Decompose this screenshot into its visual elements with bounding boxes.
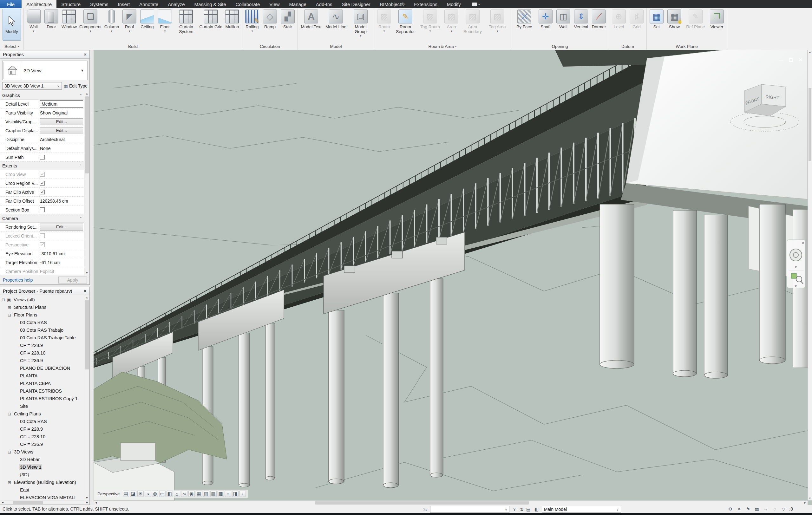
collapse-arrow-icon[interactable]: ‹ [239, 491, 246, 497]
ribbon-button[interactable]: Column ▾ [103, 9, 120, 42]
scroll-down-icon[interactable]: ▼ [84, 496, 89, 499]
tree-item[interactable]: ▣ 00 Cota RAS [0, 319, 84, 326]
tree-item[interactable]: ▣ PLANTA [0, 372, 84, 380]
ribbon-tab[interactable]: Structure [56, 0, 85, 8]
property-value[interactable]: -3010,61 cm [40, 251, 65, 256]
scroll-right-icon[interactable]: ► [86, 501, 88, 504]
expander-icon[interactable] [13, 443, 18, 447]
ribbon-button[interactable]: Level ▾ [610, 9, 628, 42]
property-value[interactable]: Architectural [40, 137, 65, 142]
tree-item[interactable]: ▣ ELEVACION VIGA METALI [0, 494, 84, 500]
ribbon-button[interactable]: Model Line ▾ [323, 9, 348, 42]
tree-item[interactable]: ▣ East [0, 486, 84, 494]
expander-icon[interactable] [13, 389, 18, 393]
tree-item[interactable]: ▣ 00 Cota RAS [0, 418, 84, 425]
reveal-hidden-icon[interactable]: ◉ [188, 491, 195, 497]
render-icon[interactable]: ◍ [152, 491, 158, 497]
tree-item[interactable]: ▣ CF = 228.10 [0, 433, 84, 441]
ribbon-button[interactable]: Door ▾ [42, 9, 60, 42]
ribbon-button[interactable]: Dormer ▾ [590, 9, 608, 42]
minimize-icon[interactable]: — [779, 57, 783, 63]
browser-hscrollbar[interactable]: ◄ ► [0, 500, 89, 505]
ribbon-tab[interactable]: Systems [85, 0, 113, 8]
displacement-icon[interactable]: ▨ [210, 491, 216, 497]
settings-icon[interactable]: ◌ [772, 506, 778, 512]
hide-isolate-icon[interactable]: ∞ [181, 491, 187, 497]
scrollbar-thumb[interactable] [13, 501, 43, 504]
tree-item[interactable]: ▣ 3D Rebar [0, 456, 84, 463]
instance-selector[interactable]: 3D View: 3D View 1∨ [2, 82, 62, 90]
ribbon-button[interactable]: Roof ▾ [120, 9, 138, 42]
property-checkbox[interactable] [40, 172, 45, 177]
ribbon-tab[interactable]: Annotate [135, 0, 163, 8]
ribbon-tab[interactable]: BIMobject® [375, 0, 409, 8]
ribbon-tab[interactable]: Add-Ins [311, 0, 337, 8]
modify-button[interactable]: Modify [3, 9, 21, 40]
edit-button[interactable]: Edit... [40, 127, 83, 134]
editable-only-icon[interactable]: Y [511, 506, 518, 512]
crop-view-icon[interactable]: ▭ [159, 491, 166, 497]
section-header-graphics[interactable]: Graphics⌃ [0, 91, 84, 99]
ribbon-tab[interactable]: Site Designer [337, 0, 375, 8]
expander-icon[interactable] [13, 420, 18, 424]
ribbon-button[interactable]: Floor ▾ [156, 9, 174, 42]
select-group-label[interactable]: Select▾ [0, 43, 24, 50]
tree-item[interactable]: ▣ {3D} [0, 471, 84, 479]
section-header-camera[interactable]: Camera⌃ [0, 214, 84, 223]
canvas-hscrollbar[interactable]: ◄ ► [93, 501, 808, 505]
add-to-set-icon[interactable]: ◧ [533, 506, 540, 512]
worksharing-icon[interactable]: ▩ [218, 491, 224, 497]
ribbon-tab[interactable]: View [264, 0, 284, 8]
ribbon-tab[interactable]: Architecture [22, 0, 56, 8]
property-checkbox[interactable] [40, 181, 45, 185]
tree-item[interactable]: ⊟ ▣ 3D Views [0, 448, 84, 456]
ribbon-tab[interactable]: Modify [442, 0, 466, 8]
ribbon-button[interactable]: Tag Area ▾ [485, 9, 510, 42]
ribbon-button[interactable]: Window ▾ [60, 9, 78, 42]
visual-style-icon[interactable]: ◪ [130, 491, 136, 497]
ribbon-button[interactable]: Room Separator ▾ [393, 9, 418, 42]
active-workset-combo[interactable]: ∨ [430, 506, 510, 513]
sun-path-icon[interactable]: ☀ [137, 491, 144, 497]
tree-item[interactable]: ▣ 00 Cota RAS Trabajo [0, 326, 84, 334]
expander-icon[interactable] [13, 374, 18, 378]
expander-icon[interactable] [13, 336, 18, 340]
filter-icon[interactable]: ▽ [780, 506, 787, 512]
expander-icon[interactable]: ⊟ [8, 313, 12, 317]
file-tab[interactable]: File [0, 0, 22, 8]
ribbon-button[interactable]: Railing ▾ [243, 9, 261, 42]
expander-icon[interactable] [13, 488, 18, 492]
ribbon-button[interactable]: Wall ▾ [554, 9, 572, 42]
analytical-model-icon[interactable]: ▧ [203, 491, 209, 497]
tree-item[interactable]: ⊞ ▣ Structural Plans [0, 303, 84, 311]
section-header-extents[interactable]: Extents⌃ [0, 162, 84, 170]
ribbon-button[interactable]: Mullion ▾ [223, 9, 241, 42]
unpin-icon[interactable]: ✕ [736, 506, 742, 512]
type-selector[interactable]: 3D View ▼ [2, 61, 88, 80]
ribbon-button[interactable]: Model Text ▾ [299, 9, 323, 42]
restore-icon[interactable] [789, 58, 793, 62]
locked-view-icon[interactable]: ⌂ [174, 491, 180, 497]
expander-icon[interactable] [13, 404, 18, 408]
ribbon-button[interactable]: Component ▾ [78, 9, 103, 42]
ribbon-tab[interactable]: Extensions [409, 0, 442, 8]
ribbon-tab[interactable]: Analyze [163, 0, 190, 8]
close-icon[interactable]: ✕ [83, 289, 87, 294]
tree-item[interactable]: ▣ PLANTA ESTRIBOS [0, 387, 84, 395]
property-combo[interactable]: Medium [40, 100, 83, 108]
expander-icon[interactable] [13, 351, 18, 355]
expander-icon[interactable] [13, 328, 18, 332]
tree-item[interactable]: ▣ CF = 228.9 [0, 425, 84, 433]
scrollbar-thumb[interactable] [85, 96, 89, 174]
scroll-up-icon[interactable]: ▲ [84, 296, 89, 299]
crop-region-icon[interactable]: ◧ [167, 491, 173, 497]
scroll-up-icon[interactable]: ▲ [808, 51, 812, 54]
property-value[interactable]: 120298,46 cm [40, 199, 68, 204]
ribbon-tab[interactable]: Massing & Site [190, 0, 231, 8]
scrollbar-thumb[interactable] [85, 300, 89, 369]
temp-view-props-icon[interactable]: ▦ [196, 491, 202, 497]
expander-icon[interactable] [13, 465, 18, 469]
scrollbar-thumb[interactable] [315, 502, 529, 505]
ribbon-button[interactable]: Wall ▾ [25, 9, 42, 42]
property-value[interactable]: -61,16 cm [40, 260, 60, 265]
